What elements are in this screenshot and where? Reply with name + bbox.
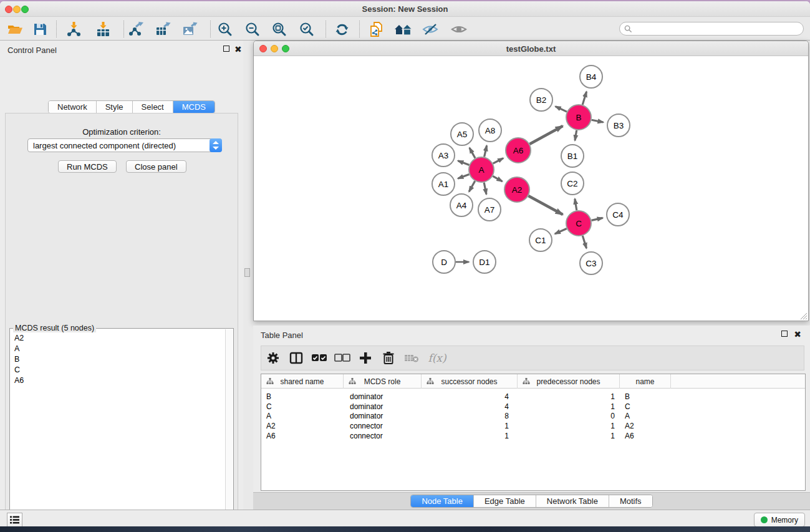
graph-node-B4[interactable]: B4 [579, 65, 603, 89]
column-header-predecessor-nodes[interactable]: predecessor nodes [518, 374, 620, 389]
graph-edge [582, 92, 586, 105]
import-table-icon [95, 21, 111, 37]
graph-node-B1[interactable]: B1 [561, 144, 584, 168]
graph-node-A8[interactable]: A8 [478, 118, 502, 142]
optimization-criterion-select[interactable]: largest connected component (directed) [27, 138, 222, 152]
column-header-shared-name[interactable]: shared name [261, 374, 344, 389]
function-builder-button[interactable]: f(x) [423, 348, 451, 368]
tab-select[interactable]: Select [133, 101, 173, 113]
graph-node-B3[interactable]: B3 [607, 114, 630, 137]
deselect-all-rows-button[interactable] [330, 348, 354, 368]
tab-edge-table[interactable]: Edge Table [474, 495, 536, 507]
add-column-button[interactable] [354, 348, 377, 368]
memory-button[interactable]: Memory [754, 513, 805, 527]
export-image-icon [181, 21, 198, 37]
new-network-from-selection-button[interactable] [365, 20, 388, 39]
table-row[interactable]: C dominator 4 1 C [261, 402, 805, 412]
graph-node-B2[interactable]: B2 [529, 88, 553, 112]
import-table-button[interactable] [92, 20, 114, 39]
graph-node-A3[interactable]: A3 [432, 143, 455, 167]
select-all-rows-button[interactable] [307, 348, 330, 368]
export-image-button[interactable] [178, 20, 201, 39]
search-input[interactable] [635, 24, 803, 33]
export-table-button[interactable] [152, 20, 174, 39]
column-header-successor-nodes[interactable]: successor nodes [422, 374, 518, 389]
unchecked-boxes-icon [334, 354, 350, 362]
splitter-handle[interactable] [244, 268, 250, 277]
graph-node-A1[interactable]: A1 [432, 172, 455, 196]
toolbar-separator [210, 21, 211, 37]
graph-node-A6[interactable]: A6 [505, 137, 531, 163]
graph-node-C4[interactable]: C4 [606, 203, 630, 226]
table-options-button[interactable] [261, 348, 284, 368]
table-row[interactable]: A6 connector 1 1 A6 [261, 431, 805, 441]
float-panel-icon[interactable] [223, 46, 229, 53]
zoom-in-button[interactable] [214, 20, 236, 39]
graph-node-C1[interactable]: C1 [529, 228, 552, 252]
run-mcds-button[interactable]: Run MCDS [58, 160, 117, 173]
desktop-wallpaper-strip [0, 526, 810, 532]
desktop: Session: New Session [0, 0, 810, 532]
open-file-button[interactable] [4, 20, 26, 39]
control-panel: Control Panel ✖ Network Style Select MCD… [0, 41, 243, 510]
list-item[interactable]: A [11, 343, 225, 354]
mcds-result-list[interactable]: A2 A B C A6 [11, 332, 225, 532]
float-panel-icon[interactable] [781, 331, 788, 338]
tab-node-table[interactable]: Node Table [411, 495, 474, 507]
graph-node-C2[interactable]: C2 [561, 172, 584, 195]
tab-motifs[interactable]: Motifs [609, 495, 652, 507]
column-header-mcds-role[interactable]: MCDS role [344, 374, 422, 389]
zoom-fit-button[interactable] [268, 20, 291, 39]
column-header-name[interactable]: name [620, 374, 671, 389]
list-item[interactable]: C [11, 364, 225, 375]
list-scrollbar[interactable] [225, 329, 233, 532]
graph-edge [592, 120, 604, 122]
list-item[interactable]: A6 [11, 375, 225, 385]
list-item[interactable]: B [11, 354, 225, 364]
table-row[interactable]: A dominator 8 0 A [261, 411, 805, 421]
first-neighbors-button[interactable] [392, 20, 415, 39]
graph-node-C3[interactable]: C3 [579, 251, 603, 275]
resize-grip-icon[interactable] [799, 312, 807, 319]
toolbar-separator [123, 21, 124, 37]
close-panel-button[interactable]: Close panel [126, 160, 186, 173]
graph-node-B[interactable]: B [566, 104, 592, 130]
tab-mcds[interactable]: MCDS [173, 101, 215, 113]
export-network-button[interactable] [125, 20, 147, 39]
task-history-button[interactable] [7, 513, 22, 527]
graph-node-A7[interactable]: A7 [478, 198, 501, 221]
graph-edge [493, 158, 504, 164]
search-field[interactable] [619, 22, 804, 36]
graph-node-C[interactable]: C [566, 210, 592, 236]
graph-node-D1[interactable]: D1 [473, 250, 496, 274]
main-titlebar: Session: New Session [0, 1, 810, 17]
graph-node-A5[interactable]: A5 [450, 122, 474, 146]
plus-icon [359, 352, 372, 364]
hide-selected-button[interactable] [419, 20, 441, 39]
mcds-result-title: MCDS result (5 nodes) [13, 324, 96, 332]
graph-node-A[interactable]: A [468, 157, 494, 183]
export-table-icon [155, 21, 171, 37]
delete-table-button[interactable] [400, 348, 423, 368]
column-visibility-button[interactable] [284, 348, 307, 368]
tab-network-table[interactable]: Network Table [536, 495, 609, 507]
zoom-out-button[interactable] [241, 20, 264, 39]
save-session-button[interactable] [29, 20, 51, 39]
graph-node-D[interactable]: D [432, 250, 456, 274]
network-canvas[interactable]: B4 B2 B B3 A5 A8 A6 A3 B1 A C2 A1 A2 A4 … [254, 56, 808, 321]
table-row[interactable]: A2 connector 1 1 A2 [261, 421, 805, 431]
graph-node-A4[interactable]: A4 [450, 193, 473, 217]
tab-style[interactable]: Style [97, 101, 133, 113]
apply-layout-button[interactable] [330, 20, 353, 39]
table-row[interactable]: B dominator 4 1 B [261, 392, 805, 402]
graph-node-A2[interactable]: A2 [504, 177, 530, 203]
control-panel-title: Control Panel [7, 46, 57, 55]
list-item[interactable]: A2 [11, 332, 225, 343]
delete-columns-button[interactable] [377, 348, 400, 368]
tab-network[interactable]: Network [49, 101, 97, 113]
close-panel-icon[interactable]: ✖ [234, 46, 242, 53]
import-network-button[interactable] [62, 20, 85, 39]
zoom-selected-button[interactable] [296, 20, 318, 39]
close-panel-icon[interactable]: ✖ [794, 331, 801, 338]
show-all-button[interactable] [448, 20, 470, 39]
